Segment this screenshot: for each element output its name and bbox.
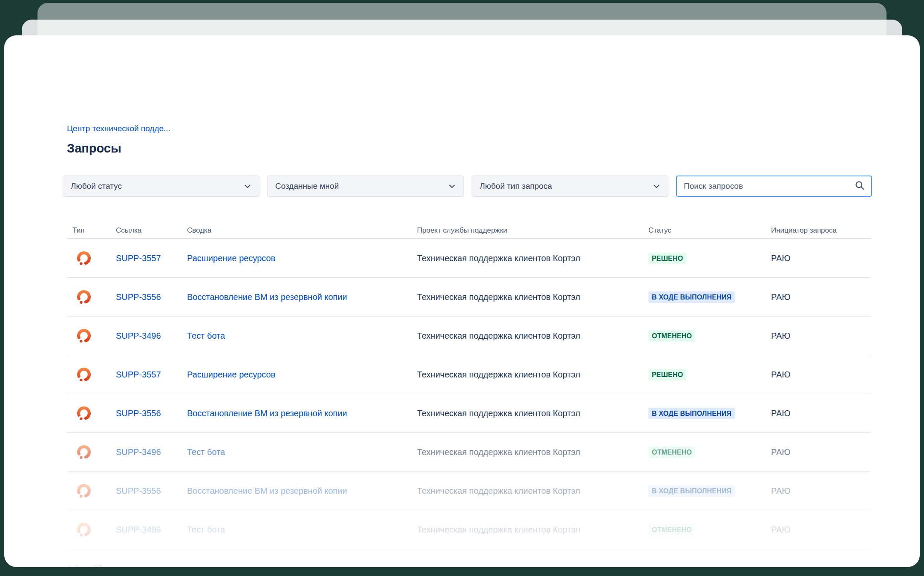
support-headset-icon xyxy=(75,366,92,383)
status-badge: ОТМЕНЕНО xyxy=(648,446,695,458)
reporter-name: РАЮ xyxy=(771,447,791,457)
request-summary-link[interactable]: Расширение ресурсов xyxy=(187,253,275,263)
project-name: Техническая поддержка клиентов Кортэл xyxy=(417,292,580,302)
table-row: SUPP-3556Восстановление ВМ из резервной … xyxy=(67,394,871,433)
column-header-2: Сводка xyxy=(187,226,417,235)
reporter-name: РАЮ xyxy=(771,370,791,380)
column-header-1: Ссылка xyxy=(116,226,187,235)
request-summary-link[interactable]: Восстановление ВМ из резервной копии xyxy=(187,486,347,496)
status-badge: ОТМЕНЕНО xyxy=(648,524,695,536)
project-name: Техническая поддержка клиентов Кортэл xyxy=(417,370,580,380)
reporter-name: РАЮ xyxy=(771,409,791,418)
support-headset-icon xyxy=(75,250,92,267)
request-summary-link[interactable]: Восстановление ВМ из резервной копии xyxy=(187,292,347,302)
request-summary-link[interactable]: Тест бота xyxy=(187,447,225,457)
main-panel: Центр технической подде... Запросы Любой… xyxy=(4,35,920,567)
support-headset-icon xyxy=(75,327,92,344)
chevron-down-icon xyxy=(652,181,661,191)
table-row: SUPP-3556Восстановление ВМ из резервной … xyxy=(67,472,871,510)
search-icon[interactable] xyxy=(854,180,865,193)
reporter-name: РАЮ xyxy=(771,292,791,302)
search-box xyxy=(676,176,872,197)
project-name: Техническая поддержка клиентов Кортэл xyxy=(417,525,580,535)
status-badge: РЕШЕНО xyxy=(648,369,686,380)
project-name: Техническая поддержка клиентов Кортэл xyxy=(417,253,580,263)
requests-table: ТипСсылкаСводкаПроект службы поддержкиСт… xyxy=(67,223,871,549)
request-summary-link[interactable]: Расширение ресурсов xyxy=(187,370,275,380)
request-summary-link[interactable]: Тест бота xyxy=(187,331,225,341)
column-header-0: Тип xyxy=(67,226,116,235)
pagination-label: 1-8 из 27 xyxy=(67,564,102,567)
table-row: SUPP-3557Расширение ресурсовТехническая … xyxy=(67,239,871,278)
status-filter-value: Любой статус xyxy=(71,181,122,191)
creator-filter-dropdown[interactable]: Созданные мной xyxy=(267,176,464,197)
search-input[interactable] xyxy=(684,181,854,191)
table-row: SUPP-3557Расширение ресурсовТехническая … xyxy=(67,355,871,394)
project-name: Техническая поддержка клиентов Кортэл xyxy=(417,486,580,496)
breadcrumb[interactable]: Центр технической подде... xyxy=(67,123,170,134)
request-summary-link[interactable]: Восстановление ВМ из резервной копии xyxy=(187,409,347,418)
support-headset-icon xyxy=(75,521,92,538)
status-filter-dropdown[interactable]: Любой статус xyxy=(63,176,259,197)
column-header-4: Статус xyxy=(648,226,771,235)
request-reference-link[interactable]: SUPP-3557 xyxy=(116,370,161,380)
support-headset-icon xyxy=(75,444,92,461)
table-row: SUPP-3556Восстановление ВМ из резервной … xyxy=(67,278,871,317)
request-type-filter-dropdown[interactable]: Любой тип запроса xyxy=(472,176,668,197)
request-table-header: ТипСсылкаСводкаПроект службы поддержкиСт… xyxy=(67,223,871,239)
chevron-down-icon xyxy=(447,181,457,191)
support-headset-icon xyxy=(75,288,92,305)
request-reference-link[interactable]: SUPP-3556 xyxy=(116,292,161,302)
project-name: Техническая поддержка клиентов Кортэл xyxy=(417,409,580,418)
reporter-name: РАЮ xyxy=(771,331,791,341)
reporter-name: РАЮ xyxy=(771,525,791,535)
request-reference-link[interactable]: SUPP-3556 xyxy=(116,409,161,418)
project-name: Техническая поддержка клиентов Кортэл xyxy=(417,331,580,341)
request-type-filter-value: Любой тип запроса xyxy=(480,181,552,191)
table-row: SUPP-3496Тест ботаТехническая поддержка … xyxy=(67,433,871,472)
request-reference-link[interactable]: SUPP-3496 xyxy=(116,525,161,535)
column-header-3: Проект службы поддержки xyxy=(417,226,648,235)
status-badge: В ХОДЕ ВЫПОЛНЕНИЯ xyxy=(648,408,735,419)
table-row: SUPP-3496Тест ботаТехническая поддержка … xyxy=(67,317,871,355)
status-badge: В ХОДЕ ВЫПОЛНЕНИЯ xyxy=(648,291,735,303)
request-reference-link[interactable]: SUPP-3557 xyxy=(116,253,161,263)
chevron-down-icon xyxy=(243,181,252,191)
creator-filter-value: Созданные мной xyxy=(275,181,339,191)
project-name: Техническая поддержка клиентов Кортэл xyxy=(417,447,580,457)
request-table-body: SUPP-3557Расширение ресурсовТехническая … xyxy=(67,239,871,549)
reporter-name: РАЮ xyxy=(771,253,791,263)
support-headset-icon xyxy=(75,482,92,499)
reporter-name: РАЮ xyxy=(771,486,791,496)
table-row: SUPP-3496Тест ботаТехническая поддержка … xyxy=(67,510,871,549)
request-summary-link[interactable]: Тест бота xyxy=(187,525,225,535)
support-headset-icon xyxy=(75,405,92,422)
status-badge: В ХОДЕ ВЫПОЛНЕНИЯ xyxy=(648,485,735,497)
request-reference-link[interactable]: SUPP-3556 xyxy=(116,486,161,496)
filter-bar: Любой статус Созданные мной Любой тип за… xyxy=(63,176,872,197)
status-badge: ОТМЕНЕНО xyxy=(648,330,695,342)
status-badge: РЕШЕНО xyxy=(648,253,686,264)
page-title: Запросы xyxy=(67,141,121,156)
request-reference-link[interactable]: SUPP-3496 xyxy=(116,447,161,457)
request-reference-link[interactable]: SUPP-3496 xyxy=(116,331,161,341)
column-header-5: Инициатор запроса xyxy=(771,226,871,235)
